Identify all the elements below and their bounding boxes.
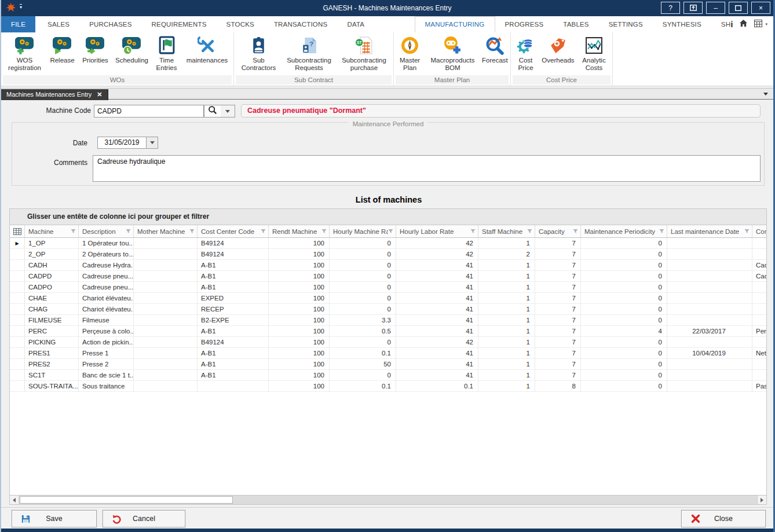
column-header-rendt-machine[interactable]: Rendt Machine: [269, 225, 330, 237]
row-selector-cell[interactable]: [10, 271, 25, 281]
ribbon-item-sub-contractors[interactable]: Sub Contractors: [236, 34, 282, 71]
filter-icon[interactable]: [744, 228, 750, 235]
menu-tab-settings[interactable]: SETTINGS: [599, 16, 653, 32]
table-row[interactable]: SOUS-TRAITA...Sous traitance1000.10.1180…: [10, 381, 766, 392]
column-header-last-maintenance-date[interactable]: Last maintenance Date: [667, 225, 752, 237]
table-row[interactable]: SC1TBanc de scie 1 t...A-B1100041170: [10, 370, 766, 381]
row-selector-cell[interactable]: [10, 315, 25, 325]
menu-tab-progress[interactable]: PROGRESS: [495, 16, 554, 32]
row-selector-cell[interactable]: [10, 304, 25, 314]
table-row[interactable]: CADPOCadreuse pneu...A-B1100041170: [10, 282, 766, 293]
ribbon-item-maintenances[interactable]: maintenances: [182, 34, 232, 71]
date-picker[interactable]: 31/05/2019: [97, 137, 158, 149]
ribbon-item-cost-price[interactable]: Cost Price: [512, 34, 540, 71]
ribbon-item-wos-registration[interactable]: WOS registration: [3, 34, 47, 71]
menu-tab-manufacturing[interactable]: MANUFACTURING: [415, 16, 495, 32]
scroll-right-arrow-icon[interactable]: [757, 496, 766, 504]
date-dropdown-button[interactable]: [146, 137, 158, 148]
menu-tab-requirements[interactable]: REQUIREMENTS: [142, 16, 217, 32]
table-row[interactable]: PRES2Presse 2A-B11005041170: [10, 359, 766, 370]
menu-tab-synthesis[interactable]: SYNTHESIS: [653, 16, 711, 32]
table-row[interactable]: CADPDCadreuse pneu...A-B1100041170Cad: [10, 271, 766, 282]
ribbon-item-release[interactable]: Release: [47, 34, 78, 71]
table-row[interactable]: CHAGChariot élévateu...RECEP100041170: [10, 304, 766, 315]
ribbon-item-priorities[interactable]: Priorities: [78, 34, 113, 71]
close-window-button[interactable]: ×: [751, 2, 770, 14]
ribbon-item-analytic-costs[interactable]: Analytic Costs: [577, 34, 612, 71]
group-by-panel[interactable]: Glisser une entête de colonne ici pour g…: [10, 209, 766, 225]
machine-search-button[interactable]: [204, 105, 221, 118]
close-button[interactable]: Close: [681, 510, 766, 527]
table-row[interactable]: 2_OP2 Opérateurs to...B49124100042270: [10, 249, 766, 260]
row-selector-cell[interactable]: [10, 337, 25, 347]
column-header-staff-machine[interactable]: Staff Machine: [478, 225, 535, 237]
info-icon[interactable]: i: [731, 20, 733, 29]
table-row[interactable]: PRES1Presse 1A-B11000.14117010/04/2019Ne…: [10, 348, 766, 359]
scroll-left-arrow-icon[interactable]: [10, 496, 19, 504]
ribbon-item-forecast[interactable]: Forecast: [480, 34, 510, 71]
filter-icon[interactable]: [189, 228, 195, 235]
calculator-dropdown-icon[interactable]: ▾: [765, 22, 767, 27]
table-row[interactable]: PERCPerçeuse à colo...A-B11000.54117422/…: [10, 326, 766, 337]
menu-tab-file[interactable]: FILE: [1, 16, 35, 32]
ribbon-item-time-entries[interactable]: Time Entries: [151, 34, 182, 71]
row-selector-cell[interactable]: [10, 359, 25, 369]
row-selector-cell[interactable]: [10, 370, 25, 380]
scrollbar-thumb[interactable]: [20, 496, 233, 504]
row-selector-cell[interactable]: [10, 381, 25, 391]
menu-tab-purchases[interactable]: PURCHASES: [79, 16, 141, 32]
filter-icon[interactable]: [71, 228, 76, 235]
column-header-comments[interactable]: Comments: [752, 225, 766, 237]
ribbon-item-macroproducts-bom[interactable]: Macroproducts BOM: [425, 34, 480, 71]
table-row[interactable]: CADHCadreuse Hydra...A-B1100041170Cad: [10, 260, 766, 271]
row-selector-cell[interactable]: [10, 260, 25, 270]
column-header-cost-center-code[interactable]: Cost Center Code: [198, 225, 269, 237]
ribbon-item-subcontracting-purchase[interactable]: STSubcontracting purchase: [337, 34, 392, 71]
menu-tab-tables[interactable]: TABLES: [553, 16, 598, 32]
tab-close-icon[interactable]: ✕: [97, 91, 102, 98]
fullscreen-button[interactable]: [683, 2, 703, 14]
horizontal-scrollbar[interactable]: [10, 495, 766, 504]
filter-icon[interactable]: [527, 228, 532, 235]
column-header-description[interactable]: Description: [79, 225, 134, 237]
filter-icon[interactable]: [126, 228, 131, 235]
machine-code-input[interactable]: [94, 105, 204, 118]
minimize-button[interactable]: –: [706, 2, 725, 14]
menu-tab-transactions[interactable]: TRANSACTIONS: [264, 16, 338, 32]
grid-corner-cell[interactable]: [10, 225, 25, 237]
row-selector-cell[interactable]: [10, 282, 25, 292]
column-header-hourly-machine-rate[interactable]: Hourly Machine Rate: [330, 225, 396, 237]
tab-list-dropdown-icon[interactable]: [763, 93, 768, 96]
table-row[interactable]: PICKINGAction de pickin...B4912410004217…: [10, 337, 766, 348]
filter-icon[interactable]: [573, 228, 578, 235]
comments-textarea[interactable]: Cadreuse hydraulique: [93, 155, 761, 182]
ribbon-item-subcontracting-requests[interactable]: ?Subcontracting Requests: [282, 34, 337, 71]
row-selector-cell[interactable]: [10, 348, 25, 358]
column-header-capacity[interactable]: Capacity: [535, 225, 581, 237]
row-selector-cell[interactable]: [10, 326, 25, 336]
filter-icon[interactable]: [261, 228, 266, 235]
table-row[interactable]: FILMEUSEFilmeuseB2-EXPE1003.341170: [10, 315, 766, 326]
column-header-hourly-labor-rate[interactable]: Hourly Labor Rate: [396, 225, 478, 237]
row-selector-cell[interactable]: [10, 249, 25, 259]
filter-icon[interactable]: [470, 228, 476, 235]
ribbon-item-scheduling[interactable]: Scheduling: [113, 34, 151, 71]
machine-code-dropdown-button[interactable]: [221, 105, 235, 118]
help-button[interactable]: ?: [661, 2, 680, 14]
ribbon-item-overheads[interactable]: Overheads: [540, 34, 577, 71]
filter-icon[interactable]: [659, 228, 664, 235]
table-row[interactable]: CHAEChariot élévateu...EXPED100041170: [10, 293, 766, 304]
menu-tab-data-engineering[interactable]: DATA ENGINEERING: [337, 16, 414, 32]
calculator-icon[interactable]: [754, 19, 762, 30]
row-selector-cell[interactable]: [10, 293, 25, 303]
filter-icon[interactable]: [321, 228, 327, 235]
column-header-machine[interactable]: Machine: [25, 225, 79, 237]
document-tab[interactable]: Machines Maintenances Entry ✕: [1, 89, 108, 100]
column-header-maintenance-periodicity[interactable]: Maintenance Periodicity: [581, 225, 667, 237]
menu-tab-sales[interactable]: SALES: [38, 16, 79, 32]
home-icon[interactable]: [739, 19, 748, 30]
save-button[interactable]: Save: [12, 510, 97, 527]
row-selector-cell[interactable]: ▶: [10, 238, 25, 248]
column-header-mother-machine[interactable]: Mother Machine: [134, 225, 198, 237]
table-row[interactable]: ▶1_OP1 Opérateur tou...B49124100042170: [10, 238, 766, 249]
